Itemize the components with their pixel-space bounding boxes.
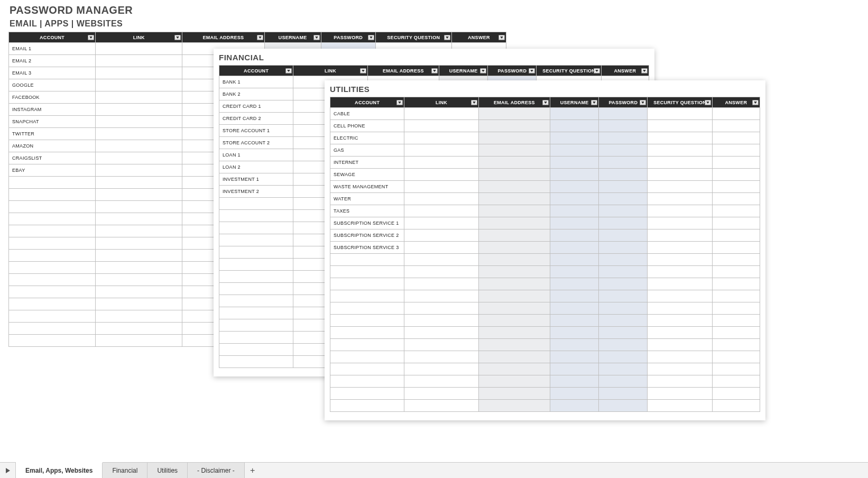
account-cell[interactable]: EMAIL 3 — [9, 67, 96, 79]
data-cell[interactable] — [550, 229, 599, 242]
data-cell[interactable] — [404, 278, 478, 290]
filter-dropdown-icon[interactable] — [360, 68, 366, 73]
data-cell[interactable] — [712, 375, 760, 388]
account-cell[interactable] — [330, 327, 404, 339]
account-cell[interactable] — [330, 375, 404, 388]
account-cell[interactable]: FACEBOOK — [9, 91, 96, 104]
account-cell[interactable]: INVESTMENT 1 — [219, 173, 293, 186]
data-cell[interactable] — [648, 229, 712, 242]
data-cell[interactable] — [599, 205, 648, 217]
account-cell[interactable] — [330, 351, 404, 363]
account-cell[interactable]: EMAIL 1 — [9, 43, 96, 55]
data-cell[interactable] — [648, 169, 712, 181]
data-cell[interactable] — [648, 302, 712, 315]
data-cell[interactable] — [478, 169, 550, 181]
data-cell[interactable] — [404, 315, 478, 327]
data-cell[interactable] — [404, 400, 478, 412]
account-cell[interactable]: LOAN 2 — [219, 161, 293, 173]
account-cell[interactable]: CABLE — [330, 108, 404, 120]
filter-dropdown-icon[interactable] — [88, 35, 94, 40]
data-cell[interactable] — [550, 242, 599, 254]
data-cell[interactable] — [96, 323, 182, 335]
data-cell[interactable] — [96, 177, 182, 189]
data-cell[interactable] — [712, 157, 760, 169]
data-cell[interactable] — [599, 120, 648, 132]
data-cell[interactable] — [712, 181, 760, 193]
data-cell[interactable] — [404, 339, 478, 351]
account-cell[interactable]: TWITTER — [9, 128, 96, 140]
data-cell[interactable] — [648, 315, 712, 327]
data-cell[interactable] — [478, 388, 550, 400]
data-cell[interactable] — [648, 388, 712, 400]
data-cell[interactable] — [599, 400, 648, 412]
account-cell[interactable] — [9, 335, 96, 347]
account-cell[interactable]: WATER — [330, 193, 404, 205]
data-cell[interactable] — [712, 205, 760, 217]
data-cell[interactable] — [599, 193, 648, 205]
data-cell[interactable] — [96, 189, 182, 201]
add-sheet-tab[interactable]: + — [245, 463, 261, 478]
data-cell[interactable] — [712, 169, 760, 181]
account-cell[interactable]: WASTE MANAGEMENT — [330, 181, 404, 193]
data-cell[interactable] — [96, 79, 182, 91]
data-cell[interactable] — [550, 108, 599, 120]
account-cell[interactable] — [9, 213, 96, 225]
data-cell[interactable] — [599, 266, 648, 278]
data-cell[interactable] — [550, 363, 599, 375]
data-cell[interactable] — [478, 157, 550, 169]
filter-dropdown-icon[interactable] — [431, 68, 438, 73]
data-cell[interactable] — [404, 375, 478, 388]
data-cell[interactable] — [478, 120, 550, 132]
account-cell[interactable] — [330, 302, 404, 315]
data-cell[interactable] — [599, 217, 648, 229]
filter-dropdown-icon[interactable] — [705, 100, 711, 105]
account-cell[interactable] — [219, 307, 293, 319]
account-cell[interactable]: STORE ACCOUNT 2 — [219, 137, 293, 149]
account-cell[interactable] — [9, 225, 96, 237]
data-cell[interactable] — [712, 400, 760, 412]
account-cell[interactable] — [219, 356, 293, 368]
filter-dropdown-icon[interactable] — [641, 68, 648, 73]
filter-dropdown-icon[interactable] — [471, 100, 477, 105]
account-cell[interactable]: INSTAGRAM — [9, 104, 96, 116]
account-cell[interactable] — [219, 246, 293, 259]
data-cell[interactable] — [478, 315, 550, 327]
account-cell[interactable]: SEWAGE — [330, 169, 404, 181]
data-cell[interactable] — [550, 388, 599, 400]
data-cell[interactable] — [712, 363, 760, 375]
data-cell[interactable] — [712, 254, 760, 266]
account-cell[interactable]: GOOGLE — [9, 79, 96, 91]
sheet-tab[interactable]: - Disclaimer - — [188, 463, 245, 478]
data-cell[interactable] — [712, 217, 760, 229]
account-cell[interactable] — [219, 319, 293, 332]
account-cell[interactable]: INVESTMENT 2 — [219, 186, 293, 198]
account-cell[interactable] — [9, 310, 96, 323]
data-cell[interactable] — [404, 193, 478, 205]
data-cell[interactable] — [404, 132, 478, 144]
data-cell[interactable] — [648, 242, 712, 254]
data-cell[interactable] — [96, 116, 182, 128]
account-cell[interactable] — [9, 250, 96, 262]
data-cell[interactable] — [96, 335, 182, 347]
data-cell[interactable] — [712, 108, 760, 120]
data-cell[interactable] — [478, 242, 550, 254]
data-cell[interactable] — [404, 181, 478, 193]
account-cell[interactable] — [330, 388, 404, 400]
account-cell[interactable] — [219, 295, 293, 307]
account-cell[interactable] — [219, 344, 293, 356]
data-cell[interactable] — [550, 157, 599, 169]
data-cell[interactable] — [599, 254, 648, 266]
account-cell[interactable] — [9, 189, 96, 201]
data-cell[interactable] — [599, 339, 648, 351]
data-cell[interactable] — [404, 254, 478, 266]
data-cell[interactable] — [712, 229, 760, 242]
data-cell[interactable] — [404, 144, 478, 157]
data-cell[interactable] — [599, 351, 648, 363]
account-cell[interactable] — [9, 177, 96, 189]
data-cell[interactable] — [96, 262, 182, 274]
account-cell[interactable] — [219, 332, 293, 344]
account-cell[interactable]: BANK 1 — [219, 76, 293, 88]
data-cell[interactable] — [550, 302, 599, 315]
data-cell[interactable] — [599, 157, 648, 169]
data-cell[interactable] — [404, 169, 478, 181]
